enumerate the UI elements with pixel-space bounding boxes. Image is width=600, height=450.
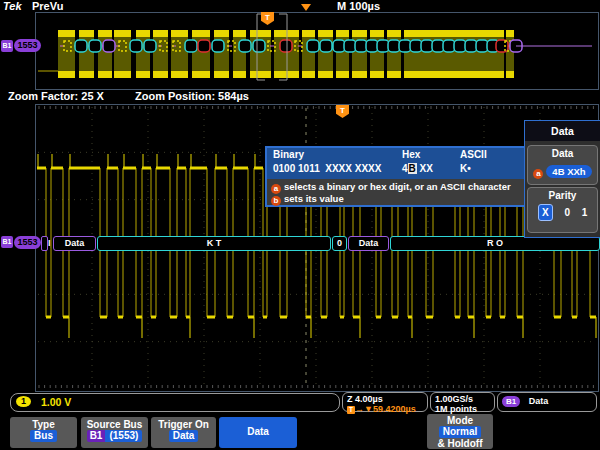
side-menu-title: Data xyxy=(525,121,600,141)
menu-data-button-selected[interactable]: Data xyxy=(219,417,297,448)
record-length-readout: 1M points xyxy=(435,404,490,414)
data-menu-label: Data xyxy=(528,148,597,159)
bus-badge: B1 xyxy=(502,396,520,407)
channel-readout-bar: 1 1.00 V xyxy=(10,393,340,412)
acquisition-status: PreVu xyxy=(32,0,63,12)
data-editor-popup: Binary Hex ASCII 0100 1011 XXXX XXXX 4B … xyxy=(265,146,526,207)
ascii-value[interactable]: K• xyxy=(460,163,471,174)
decode-partial-label: I xyxy=(48,236,51,250)
parity-menu-label: Parity xyxy=(528,190,597,201)
overview-bus-badge: B1 xyxy=(1,40,13,52)
bus-trigger-box: B1 Data xyxy=(497,392,597,412)
menu-source-badge: B1 xyxy=(87,430,106,442)
overview-window xyxy=(35,12,599,90)
acquisition-info-box: 1.00GS/s 1M points xyxy=(430,392,495,412)
oscilloscope-screen: Tek PreVu M 100µs B1 1553 T Zoom Factor:… xyxy=(0,0,600,450)
zoom-scale-readout: Z 4.00µs xyxy=(347,394,423,404)
binary-column-header: Binary xyxy=(273,149,304,160)
knob-a-hint: selects a binary or hex digit, or an ASC… xyxy=(284,181,511,192)
mode-title: Mode xyxy=(427,415,493,426)
bus-trigger-value: Data xyxy=(529,396,549,406)
knob-b-icon: b xyxy=(271,196,281,206)
decode-word-data1[interactable]: Data xyxy=(53,236,96,251)
hex-value[interactable]: 4B XX xyxy=(402,163,433,174)
channel1-badge[interactable]: 1 xyxy=(16,396,31,407)
trigger-arrows: →▼ xyxy=(355,404,373,414)
decode-partial-box xyxy=(41,236,48,251)
parity-option-1[interactable]: 1 xyxy=(582,207,588,218)
menu-type-button[interactable]: Type Bus xyxy=(10,417,77,448)
decode-word-kt[interactable]: K T xyxy=(97,236,331,251)
trigger-t-icon: T xyxy=(347,406,355,414)
timebase-readout: M 100µs xyxy=(337,0,380,12)
trigger-position-icon xyxy=(301,4,311,11)
hex-suffix: XX xyxy=(417,163,433,174)
hex-edit-cursor[interactable]: B xyxy=(408,163,417,174)
mode-suffix: & Holdoff xyxy=(427,438,493,449)
parity-menu-box[interactable]: Parity X 0 1 xyxy=(527,187,598,233)
hex-column-header: Hex xyxy=(402,149,420,160)
menu-source-bus-button[interactable]: Source Bus B1(1553) xyxy=(81,417,148,448)
channel1-scale: 1.00 V xyxy=(41,396,71,408)
menu-type-title: Type xyxy=(10,419,77,430)
menu-source-value: (1553) xyxy=(105,430,142,442)
zoom-position-readout: Zoom Position: 584µs xyxy=(135,90,249,102)
trigger-delay-value: 59.4200µs xyxy=(373,404,416,414)
hex-prefix: 4 xyxy=(402,163,408,174)
parity-option-x[interactable]: X xyxy=(538,204,553,221)
overview-bus-label: 1553 xyxy=(14,39,41,52)
data-value-pill[interactable]: 4B XXh xyxy=(546,165,591,178)
knob-b-hint: sets its value xyxy=(284,193,344,204)
knob-b-hint-row: bsets its value xyxy=(271,193,344,206)
data-menu-box[interactable]: Data a4B XXh xyxy=(527,145,598,185)
zoom-factor-readout: Zoom Factor: 25 X xyxy=(8,90,104,102)
decode-word-ro[interactable]: R O xyxy=(390,236,600,251)
knob-a-icon: a xyxy=(533,169,543,179)
decode-bus-label[interactable]: 1553 xyxy=(14,236,41,249)
menu-trigger-on-button[interactable]: Trigger On Data xyxy=(151,417,216,448)
trigger-delay-readout: T→▼59.4200µs xyxy=(347,404,423,414)
decode-word-data2[interactable]: Data xyxy=(348,236,389,251)
menu-source-title: Source Bus xyxy=(81,419,148,430)
menu-trigger-value: Data xyxy=(169,430,199,442)
decode-word-0[interactable]: 0 xyxy=(332,236,347,251)
decode-bus-badge[interactable]: B1 xyxy=(1,236,13,248)
sample-rate-readout: 1.00GS/s xyxy=(435,394,490,404)
popup-header: Binary Hex ASCII 0100 1011 XXXX XXXX 4B … xyxy=(267,148,524,179)
menu-trigger-title: Trigger On xyxy=(151,419,216,430)
mode-popup[interactable]: Mode Normal & Holdoff xyxy=(427,414,493,449)
binary-value[interactable]: 0100 1011 XXXX XXXX xyxy=(273,163,381,174)
mode-value: Normal xyxy=(439,426,481,438)
zoom-timebase-box: Z 4.00µs T→▼59.4200µs xyxy=(342,392,428,412)
parity-option-0[interactable]: 0 xyxy=(564,207,570,218)
side-menu-panel: Data Data a4B XXh Parity X 0 1 xyxy=(524,120,600,238)
menu-type-value: Bus xyxy=(30,430,57,442)
tek-logo: Tek xyxy=(3,0,22,12)
ascii-column-header: ASCII xyxy=(460,149,487,160)
